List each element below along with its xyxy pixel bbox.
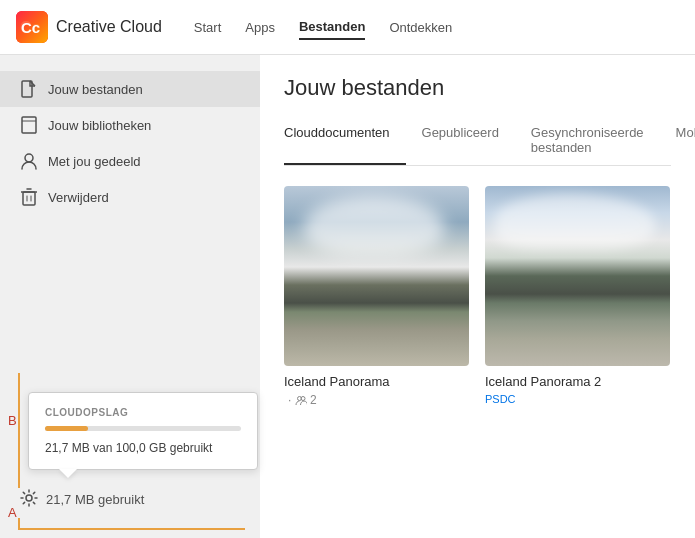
top-nav: Cc Cc Creative Cloud Start Apps Bestande… [0, 0, 695, 55]
file-card-iceland-panorama-2[interactable]: Iceland Panorama 2 PSDC [485, 186, 670, 407]
library-icon [20, 116, 38, 134]
bracket-a-left [18, 518, 20, 530]
file-card-iceland-panorama[interactable]: Iceland Panorama · 2 [284, 186, 469, 407]
file-icon [20, 80, 38, 98]
svg-point-7 [25, 154, 33, 162]
tab-gesynchroniseerde-bestanden[interactable]: Gesynchroniseerde bestanden [531, 117, 660, 165]
storage-tooltip: CLOUDOPSLAG 21,7 MB van 100,0 GB gebruik… [28, 392, 258, 470]
file-thumbnail-iceland-panorama [284, 186, 469, 366]
content-area: Jouw bestanden Clouddocumenten Gepublice… [260, 55, 695, 538]
file-thumbnail-iceland-panorama-2 [485, 186, 670, 366]
tab-clouddocumenten[interactable]: Clouddocumenten [284, 117, 406, 165]
sidebar-label-verwijderd: Verwijderd [48, 190, 109, 205]
nav-item-ontdekken[interactable]: Ontdekken [389, 16, 452, 39]
storage-label: CLOUDOPSLAG [45, 407, 241, 418]
settings-row[interactable]: 21,7 MB gebruikt [0, 479, 260, 520]
file-name-iceland-panorama: Iceland Panorama [284, 374, 469, 389]
sidebar: Jouw bestanden Jouw bibliotheken [0, 55, 260, 538]
label-b: B [8, 413, 17, 428]
label-a: A [8, 505, 17, 520]
sidebar-label-met-jou-gedeeld: Met jou gedeeld [48, 154, 141, 169]
logo-area: Cc Cc Creative Cloud [16, 11, 162, 43]
nav-item-apps[interactable]: Apps [245, 16, 275, 39]
bracket-b-line [18, 373, 20, 488]
sidebar-label-jouw-bibliotheken: Jouw bibliotheken [48, 118, 151, 133]
shared-icon [20, 152, 38, 170]
main-layout: Jouw bestanden Jouw bibliotheken [0, 55, 695, 538]
tab-mob[interactable]: Mob [676, 117, 695, 165]
sidebar-item-jouw-bestanden[interactable]: Jouw bestanden [0, 71, 260, 107]
svg-rect-8 [23, 192, 35, 205]
tab-gepubliceerd[interactable]: Gepubliceerd [422, 117, 515, 165]
storage-progress-bg [45, 426, 241, 431]
svg-rect-5 [22, 117, 36, 133]
svg-text:Cc: Cc [21, 19, 40, 36]
cc-logo-icon: Cc Cc [16, 11, 48, 43]
app-title: Creative Cloud [56, 18, 162, 36]
gear-icon [20, 489, 38, 510]
page-title: Jouw bestanden [284, 75, 671, 101]
bracket-a-line [20, 528, 245, 530]
sidebar-bottom: CLOUDOPSLAG 21,7 MB van 100,0 GB gebruik… [0, 432, 260, 522]
sidebar-item-jouw-bibliotheken[interactable]: Jouw bibliotheken [0, 107, 260, 143]
file-meta-iceland-panorama-2: PSDC [485, 393, 670, 405]
content-tabs: Clouddocumenten Gepubliceerd Gesynchroni… [284, 117, 671, 166]
nav-item-bestanden[interactable]: Bestanden [299, 15, 365, 40]
svg-point-13 [26, 495, 32, 501]
file-name-iceland-panorama-2: Iceland Panorama 2 [485, 374, 670, 389]
storage-used-text: 21,7 MB van 100,0 GB gebruikt [45, 441, 241, 455]
sidebar-label-jouw-bestanden: Jouw bestanden [48, 82, 143, 97]
file-type-badge: PSDC [485, 393, 516, 405]
sidebar-items: Jouw bestanden Jouw bibliotheken [0, 71, 260, 215]
trash-icon [20, 188, 38, 206]
nav-items: Start Apps Bestanden Ontdekken [194, 15, 452, 40]
file-meta-iceland-panorama: · 2 [284, 393, 469, 407]
files-grid: Iceland Panorama · 2 [284, 186, 671, 407]
sidebar-item-met-jou-gedeeld[interactable]: Met jou gedeeld [0, 143, 260, 179]
file-collaborators-iceland: · 2 [288, 393, 317, 407]
storage-progress-fill [45, 426, 88, 431]
sidebar-item-verwijderd[interactable]: Verwijderd [0, 179, 260, 215]
storage-used-label: 21,7 MB gebruikt [46, 492, 144, 507]
nav-item-start[interactable]: Start [194, 16, 221, 39]
